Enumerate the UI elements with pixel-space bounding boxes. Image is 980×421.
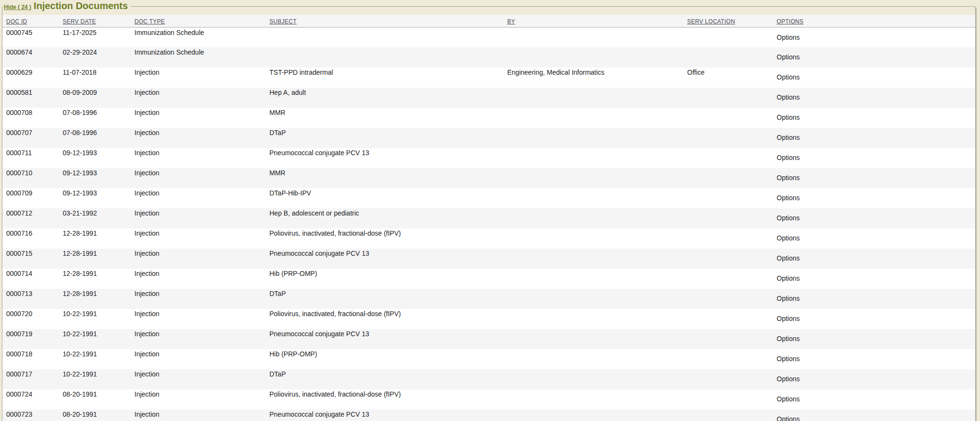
col-header-by[interactable]: BY <box>503 15 683 27</box>
col-header-serv-date[interactable]: SERV DATE <box>59 15 131 27</box>
row-options-button[interactable]: Options <box>777 355 800 363</box>
by-cell <box>503 128 683 148</box>
row-options-button[interactable]: Options <box>777 395 800 403</box>
row-options-button[interactable]: Options <box>777 174 800 182</box>
subject-cell: Poliovirus, inactivated, fractional-dose… <box>266 228 503 249</box>
serv-date-cell: 03-21-1992 <box>59 208 131 228</box>
col-header-options[interactable]: OPTIONS <box>773 15 975 27</box>
options-cell: Options <box>773 68 975 88</box>
table-row: 0000724 08-20-1991 Injection Poliovirus,… <box>2 389 975 410</box>
subject-cell: MMR <box>266 108 503 128</box>
by-cell <box>503 410 683 421</box>
col-header-doc-id[interactable]: DOC ID <box>2 15 59 27</box>
doc-id-cell: 0000718 <box>2 349 59 369</box>
by-cell: Engineering, Medical Informatics <box>503 68 683 88</box>
doc-id-cell: 0000716 <box>2 228 59 249</box>
row-options-button[interactable]: Options <box>777 295 800 302</box>
serv-date-cell: 10-22-1991 <box>59 309 131 329</box>
doc-type-cell: Injection <box>131 369 266 389</box>
by-cell <box>503 188 683 208</box>
by-cell <box>503 309 683 329</box>
options-cell: Options <box>773 410 975 421</box>
doc-type-cell: Injection <box>131 269 266 289</box>
row-options-button[interactable]: Options <box>777 154 800 161</box>
doc-id-cell: 0000719 <box>2 329 59 349</box>
doc-id-cell: 0000710 <box>2 168 59 188</box>
table-row: 0000719 10-22-1991 Injection Pneumococca… <box>2 329 975 349</box>
row-options-button[interactable]: Options <box>777 194 800 202</box>
subject-cell: Hib (PRP-OMP) <box>266 349 503 369</box>
by-cell <box>503 249 683 269</box>
doc-type-cell: Injection <box>131 249 266 269</box>
row-options-button[interactable]: Options <box>777 34 800 41</box>
table-row: 0000709 09-12-1993 Injection DTaP-Hib-IP… <box>2 188 975 208</box>
doc-type-cell: Injection <box>131 208 266 228</box>
subject-cell: Poliovirus, inactivated, fractional-dose… <box>266 309 503 329</box>
options-cell: Options <box>773 148 975 168</box>
doc-id-cell: 0000629 <box>2 68 59 88</box>
row-options-button[interactable]: Options <box>777 214 800 222</box>
table-row: 0000712 03-21-1992 Injection Hep B, adol… <box>2 208 975 228</box>
serv-date-cell: 08-09-2009 <box>59 88 131 108</box>
serv-location-cell <box>683 27 773 47</box>
serv-location-cell <box>683 389 773 410</box>
doc-id-cell: 0000709 <box>2 188 59 208</box>
serv-date-cell: 10-22-1991 <box>59 349 131 369</box>
row-options-button[interactable]: Options <box>777 53 800 61</box>
serv-date-cell: 12-28-1991 <box>59 249 131 269</box>
panel-legend: Hide ( 24 )Injection Documents <box>3 1 131 12</box>
table-row: 0000714 12-28-1991 Injection Hib (PRP-OM… <box>2 269 975 289</box>
row-options-button[interactable]: Options <box>777 73 800 81</box>
serv-date-cell: 09-12-1993 <box>59 168 131 188</box>
subject-cell: DTaP <box>266 369 503 389</box>
row-options-button[interactable]: Options <box>777 134 800 141</box>
by-cell <box>503 168 683 188</box>
by-cell <box>503 349 683 369</box>
subject-cell: Pneumococcal conjugate PCV 13 <box>266 410 503 421</box>
doc-type-cell: Injection <box>131 228 266 249</box>
row-options-button[interactable]: Options <box>777 93 800 101</box>
table-row: 0000716 12-28-1991 Injection Poliovirus,… <box>2 228 975 249</box>
doc-id-cell: 0000717 <box>2 369 59 389</box>
row-options-button[interactable]: Options <box>777 274 800 282</box>
col-header-serv-location[interactable]: SERV LOCATION <box>683 15 773 27</box>
doc-type-cell: Injection <box>131 188 266 208</box>
doc-id-cell: 0000707 <box>2 128 59 148</box>
table-row: 0000581 08-09-2009 Injection Hep A, adul… <box>2 88 975 108</box>
options-cell: Options <box>773 228 975 249</box>
serv-location-cell <box>683 349 773 369</box>
table-row: 0000710 09-12-1993 Injection MMR Options <box>2 168 975 188</box>
doc-type-cell: Immunization Schedule <box>131 27 266 47</box>
row-options-button[interactable]: Options <box>777 254 800 262</box>
doc-id-cell: 0000581 <box>2 88 59 108</box>
doc-id-cell: 0000708 <box>2 108 59 128</box>
table-row: 0000745 11-17-2025 Immunization Schedule… <box>2 27 975 47</box>
table-row: 0000717 10-22-1991 Injection DTaP Option… <box>2 369 975 389</box>
serv-location-cell <box>683 108 773 128</box>
serv-location-cell <box>683 47 773 68</box>
row-options-button[interactable]: Options <box>777 114 800 121</box>
row-options-button[interactable]: Options <box>777 335 800 342</box>
serv-date-cell: 08-20-1991 <box>59 389 131 410</box>
row-options-button[interactable]: Options <box>777 375 800 383</box>
row-options-button[interactable]: Options <box>777 315 800 322</box>
by-cell <box>503 47 683 68</box>
doc-type-cell: Injection <box>131 349 266 369</box>
row-options-button[interactable]: Options <box>777 234 800 242</box>
doc-id-cell: 0000674 <box>2 47 59 68</box>
table-header-row: DOC ID SERV DATE DOC TYPE SUBJECT BY SER… <box>2 15 975 27</box>
options-cell: Options <box>773 208 975 228</box>
doc-id-cell: 0000712 <box>2 208 59 228</box>
doc-type-cell: Injection <box>131 108 266 128</box>
subject-cell: DTaP <box>266 289 503 309</box>
serv-date-cell: 12-28-1991 <box>59 269 131 289</box>
col-header-subject[interactable]: SUBJECT <box>266 15 503 27</box>
row-options-button[interactable]: Options <box>777 415 800 421</box>
serv-date-cell: 09-12-1993 <box>59 148 131 168</box>
options-cell: Options <box>773 27 975 47</box>
col-header-doc-type[interactable]: DOC TYPE <box>131 15 266 27</box>
hide-toggle-link[interactable]: Hide ( 24 ) <box>4 4 31 11</box>
table-row: 0000715 12-28-1991 Injection Pneumococca… <box>2 249 975 269</box>
serv-date-cell: 07-08-1996 <box>59 108 131 128</box>
serv-location-cell <box>683 148 773 168</box>
